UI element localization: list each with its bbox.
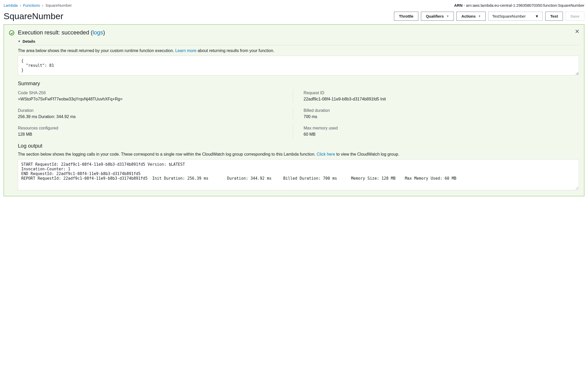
code-sha-label: Code SHA-256 <box>18 91 293 95</box>
save-button: Save <box>565 12 584 21</box>
arn-display: ARN - arn:aws:lambda:eu-central-1:296358… <box>454 3 584 8</box>
caret-down-icon: ▼ <box>446 15 449 18</box>
actions-dropdown[interactable]: Actions ▼ <box>456 12 486 21</box>
summary-grid: Code SHA-256 +WStoP7o7SvFwFf77eobw33qYrq… <box>18 90 579 138</box>
log-output-box[interactable]: START RequestId: 22adf9c1-08f4-11e9-b8b3… <box>18 159 579 190</box>
divider <box>18 45 579 45</box>
log-output-description: The section below shows the logging call… <box>18 152 579 157</box>
test-event-select[interactable]: TestSquareNumber ▼ <box>488 12 543 21</box>
duration-value: 256.39 ms Duration: 344.92 ms <box>18 114 293 119</box>
test-button[interactable]: Test <box>545 12 563 21</box>
page-title: SquareNumber <box>4 11 63 21</box>
code-sha-value: +WStoP7o7SvFwFf77eobw33qYrqvNj48TUuvhXFq… <box>18 97 293 101</box>
max-memory-label: Max memory used <box>304 126 579 130</box>
test-event-selected-value: TestSquareNumber <box>492 14 526 18</box>
billed-duration-label: Billed duration <box>304 108 579 113</box>
learn-more-link[interactable]: Learn more <box>175 48 196 53</box>
breadcrumb-lambda[interactable]: Lambda <box>4 3 18 8</box>
summary-heading: Summary <box>18 81 579 86</box>
toolbar: Throttle Qualifiers ▼ Actions ▼ TestSqua… <box>394 12 584 21</box>
log-output-heading: Log output <box>18 143 579 149</box>
caret-down-icon: ▼ <box>478 15 481 18</box>
resources-value: 128 MB <box>18 132 293 137</box>
caret-down-icon: ▼ <box>535 14 539 18</box>
details-toggle[interactable]: ▼ Details <box>18 39 579 43</box>
breadcrumb-functions[interactable]: Functions <box>23 3 40 8</box>
resources-label: Resources configured <box>18 126 293 130</box>
result-description: The area below shows the result returned… <box>18 48 579 53</box>
cloudwatch-link[interactable]: Click here <box>317 152 335 156</box>
execution-result-panel: ✕ Execution result: succeeded (logs) ▼ D… <box>4 24 584 196</box>
success-check-icon <box>9 30 14 35</box>
chevron-right-icon: › <box>20 3 21 8</box>
duration-label: Duration <box>18 108 293 113</box>
execution-result-title: Execution result: succeeded (logs) <box>18 29 105 36</box>
caret-down-icon: ▼ <box>18 40 20 43</box>
breadcrumb: Lambda › Functions › SquareNumber <box>4 3 72 8</box>
throttle-button[interactable]: Throttle <box>394 12 418 21</box>
logs-link[interactable]: logs <box>93 29 103 36</box>
arn-label: ARN <box>454 3 463 8</box>
result-payload-box[interactable]: { "result": 81 } <box>18 56 579 75</box>
qualifiers-dropdown[interactable]: Qualifiers ▼ <box>421 12 454 21</box>
breadcrumb-current: SquareNumber <box>45 3 72 8</box>
billed-duration-value: 700 ms <box>304 114 579 119</box>
request-id-value: 22adf9c1-08f4-11e9-b8b3-d3174b891fd5 Ini… <box>304 97 579 101</box>
arn-value: arn:aws:lambda:eu-central-1:296358070350… <box>466 3 584 8</box>
request-id-label: Request ID <box>304 91 579 95</box>
max-memory-value: 60 MB <box>304 132 579 137</box>
close-icon[interactable]: ✕ <box>575 29 579 34</box>
chevron-right-icon: › <box>42 3 43 8</box>
